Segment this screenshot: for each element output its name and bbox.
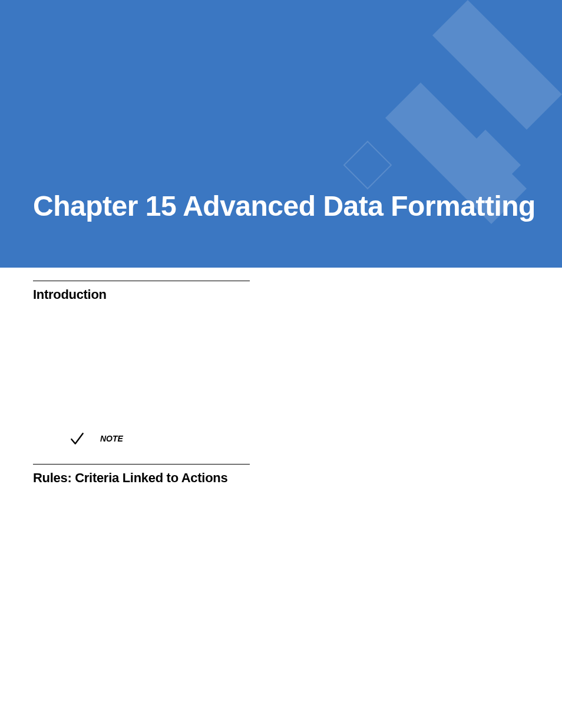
section-introduction: Introduction	[33, 281, 529, 302]
section-divider	[33, 464, 250, 465]
chapter-title: Chapter 15 Advanced Data Formatting	[33, 190, 535, 222]
decorative-graphic	[267, 0, 562, 268]
section-heading-introduction: Introduction	[33, 287, 529, 302]
checkmark-icon	[70, 431, 85, 446]
chapter-header-banner: Chapter 15 Advanced Data Formatting	[0, 0, 562, 268]
section-rules: Rules: Criteria Linked to Actions	[33, 464, 529, 486]
section-divider	[33, 281, 250, 281]
note-callout: NOTE	[70, 431, 529, 446]
section-heading-rules: Rules: Criteria Linked to Actions	[33, 470, 529, 486]
svg-marker-3	[344, 141, 391, 189]
svg-marker-0	[432, 0, 562, 130]
page-content: Introduction NOTE Rules: Criteria Linked…	[0, 268, 562, 486]
note-label: NOTE	[100, 434, 123, 443]
